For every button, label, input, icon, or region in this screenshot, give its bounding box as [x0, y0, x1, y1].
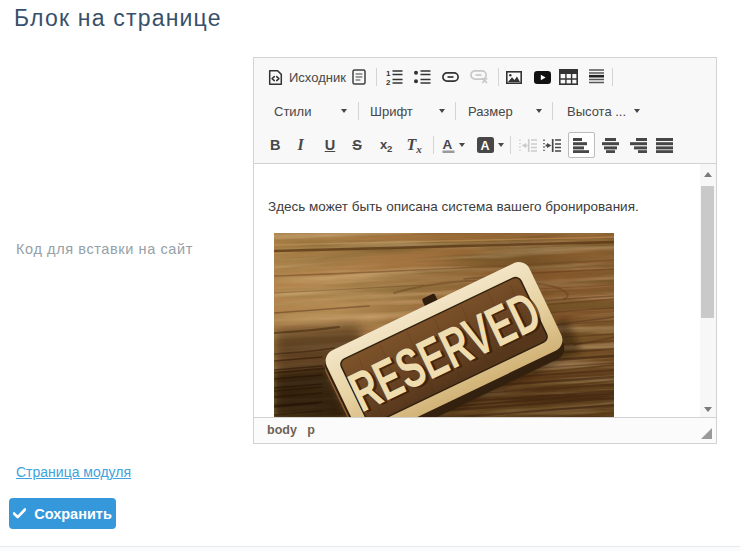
- svg-text:2: 2: [386, 78, 391, 85]
- svg-text:A: A: [480, 139, 489, 153]
- svg-text:A: A: [442, 137, 452, 152]
- svg-text:1: 1: [386, 69, 391, 78]
